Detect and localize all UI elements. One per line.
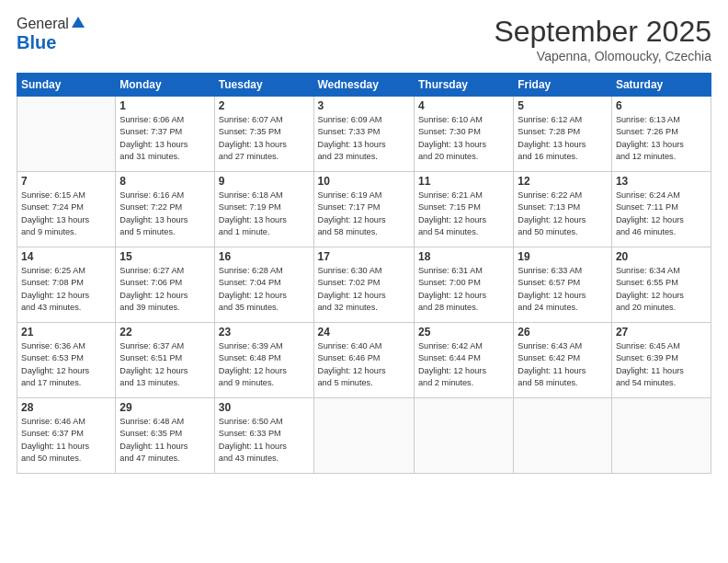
day-info: Sunrise: 6:16 AM Sunset: 7:22 PM Dayligh… [119,190,210,238]
day-info: Sunrise: 6:33 AM Sunset: 6:57 PM Dayligh… [518,265,608,314]
day-info: Sunrise: 6:36 AM Sunset: 6:53 PM Dayligh… [21,340,111,389]
svg-marker-0 [72,17,85,28]
table-row [414,398,513,474]
day-number: 25 [418,326,509,339]
day-number: 22 [119,326,210,339]
header-friday: Friday [514,74,612,97]
day-number: 30 [219,401,310,414]
table-row: 9Sunrise: 6:18 AM Sunset: 7:19 PM Daylig… [214,172,313,247]
day-info: Sunrise: 6:50 AM Sunset: 6:33 PM Dayligh… [219,416,310,465]
day-info: Sunrise: 6:21 AM Sunset: 7:15 PM Dayligh… [418,190,509,238]
table-row: 27Sunrise: 6:45 AM Sunset: 6:39 PM Dayli… [611,323,711,398]
day-info: Sunrise: 6:34 AM Sunset: 6:55 PM Dayligh… [616,265,707,314]
table-row: 19Sunrise: 6:33 AM Sunset: 6:57 PM Dayli… [514,247,612,323]
day-number: 12 [518,175,608,188]
day-info: Sunrise: 6:37 AM Sunset: 6:51 PM Dayligh… [119,340,210,389]
table-row: 1Sunrise: 6:06 AM Sunset: 7:37 PM Daylig… [116,97,214,172]
day-info: Sunrise: 6:48 AM Sunset: 6:35 PM Dayligh… [119,416,210,465]
table-row: 7Sunrise: 6:15 AM Sunset: 7:24 PM Daylig… [17,172,116,247]
day-number: 11 [418,175,509,188]
day-number: 23 [219,326,310,339]
table-row [313,398,414,474]
table-row [17,97,116,172]
table-row [611,398,711,474]
title-block: September 2025 Vapenna, Olomoucky, Czech… [494,15,711,63]
day-info: Sunrise: 6:09 AM Sunset: 7:33 PM Dayligh… [318,114,410,163]
day-info: Sunrise: 6:24 AM Sunset: 7:11 PM Dayligh… [616,190,707,238]
day-number: 6 [616,99,707,112]
logo-blue-text: Blue [17,32,56,53]
day-info: Sunrise: 6:39 AM Sunset: 6:48 PM Dayligh… [219,340,310,389]
table-row: 25Sunrise: 6:42 AM Sunset: 6:44 PM Dayli… [414,323,513,398]
table-row: 18Sunrise: 6:31 AM Sunset: 7:00 PM Dayli… [414,247,513,323]
day-number: 4 [418,99,509,112]
table-row: 24Sunrise: 6:40 AM Sunset: 6:46 PM Dayli… [313,323,414,398]
day-number: 27 [616,326,707,339]
day-info: Sunrise: 6:13 AM Sunset: 7:26 PM Dayligh… [616,114,707,163]
day-number: 16 [219,250,310,263]
day-info: Sunrise: 6:45 AM Sunset: 6:39 PM Dayligh… [616,340,707,389]
day-number: 7 [21,175,111,188]
page: General Blue September 2025 Vapenna, Olo… [0,0,728,563]
table-row: 29Sunrise: 6:48 AM Sunset: 6:35 PM Dayli… [116,398,214,474]
table-row: 23Sunrise: 6:39 AM Sunset: 6:48 PM Dayli… [214,323,313,398]
day-info: Sunrise: 6:22 AM Sunset: 7:13 PM Dayligh… [518,190,608,238]
location-subtitle: Vapenna, Olomoucky, Czechia [494,49,711,63]
table-row: 26Sunrise: 6:43 AM Sunset: 6:42 PM Dayli… [514,323,612,398]
day-number: 19 [518,250,608,263]
day-number: 2 [219,99,310,112]
day-number: 17 [318,250,410,263]
day-info: Sunrise: 6:27 AM Sunset: 7:06 PM Dayligh… [119,265,210,314]
table-row: 21Sunrise: 6:36 AM Sunset: 6:53 PM Dayli… [17,323,116,398]
table-row: 13Sunrise: 6:24 AM Sunset: 7:11 PM Dayli… [611,172,711,247]
table-row: 3Sunrise: 6:09 AM Sunset: 7:33 PM Daylig… [313,97,414,172]
day-number: 9 [219,175,310,188]
day-number: 20 [616,250,707,263]
table-row: 14Sunrise: 6:25 AM Sunset: 7:08 PM Dayli… [17,247,116,323]
day-number: 28 [21,401,111,414]
table-row: 8Sunrise: 6:16 AM Sunset: 7:22 PM Daylig… [116,172,214,247]
table-row: 15Sunrise: 6:27 AM Sunset: 7:06 PM Dayli… [116,247,214,323]
calendar: Sunday Monday Tuesday Wednesday Thursday… [17,73,711,474]
header-sunday: Sunday [17,74,116,97]
table-row: 17Sunrise: 6:30 AM Sunset: 7:02 PM Dayli… [313,247,414,323]
day-number: 18 [418,250,509,263]
logo-general-text: General [17,16,69,32]
day-number: 3 [318,99,410,112]
header: General Blue September 2025 Vapenna, Olo… [17,15,711,63]
day-info: Sunrise: 6:28 AM Sunset: 7:04 PM Dayligh… [219,265,310,314]
day-number: 29 [119,401,210,414]
day-number: 24 [318,326,410,339]
day-info: Sunrise: 6:43 AM Sunset: 6:42 PM Dayligh… [518,340,608,389]
header-saturday: Saturday [611,74,711,97]
table-row: 5Sunrise: 6:12 AM Sunset: 7:28 PM Daylig… [514,97,612,172]
table-row: 28Sunrise: 6:46 AM Sunset: 6:37 PM Dayli… [17,398,116,474]
logo-icon [70,15,86,31]
day-number: 10 [318,175,410,188]
header-thursday: Thursday [414,74,513,97]
table-row: 6Sunrise: 6:13 AM Sunset: 7:26 PM Daylig… [611,97,711,172]
day-info: Sunrise: 6:31 AM Sunset: 7:00 PM Dayligh… [418,265,509,314]
day-info: Sunrise: 6:06 AM Sunset: 7:37 PM Dayligh… [119,114,210,163]
table-row: 20Sunrise: 6:34 AM Sunset: 6:55 PM Dayli… [611,247,711,323]
calendar-header-row: Sunday Monday Tuesday Wednesday Thursday… [17,74,711,97]
table-row: 11Sunrise: 6:21 AM Sunset: 7:15 PM Dayli… [414,172,513,247]
table-row [514,398,612,474]
day-number: 5 [518,99,608,112]
logo: General Blue [17,15,86,53]
day-number: 14 [21,250,111,263]
day-info: Sunrise: 6:46 AM Sunset: 6:37 PM Dayligh… [21,416,111,465]
table-row: 2Sunrise: 6:07 AM Sunset: 7:35 PM Daylig… [214,97,313,172]
day-number: 15 [119,250,210,263]
day-info: Sunrise: 6:07 AM Sunset: 7:35 PM Dayligh… [219,114,310,163]
header-tuesday: Tuesday [214,74,313,97]
header-wednesday: Wednesday [313,74,414,97]
day-info: Sunrise: 6:18 AM Sunset: 7:19 PM Dayligh… [219,190,310,238]
header-monday: Monday [116,74,214,97]
day-info: Sunrise: 6:40 AM Sunset: 6:46 PM Dayligh… [318,340,410,389]
day-number: 26 [518,326,608,339]
table-row: 10Sunrise: 6:19 AM Sunset: 7:17 PM Dayli… [313,172,414,247]
day-info: Sunrise: 6:42 AM Sunset: 6:44 PM Dayligh… [418,340,509,389]
day-info: Sunrise: 6:10 AM Sunset: 7:30 PM Dayligh… [418,114,509,163]
table-row: 4Sunrise: 6:10 AM Sunset: 7:30 PM Daylig… [414,97,513,172]
